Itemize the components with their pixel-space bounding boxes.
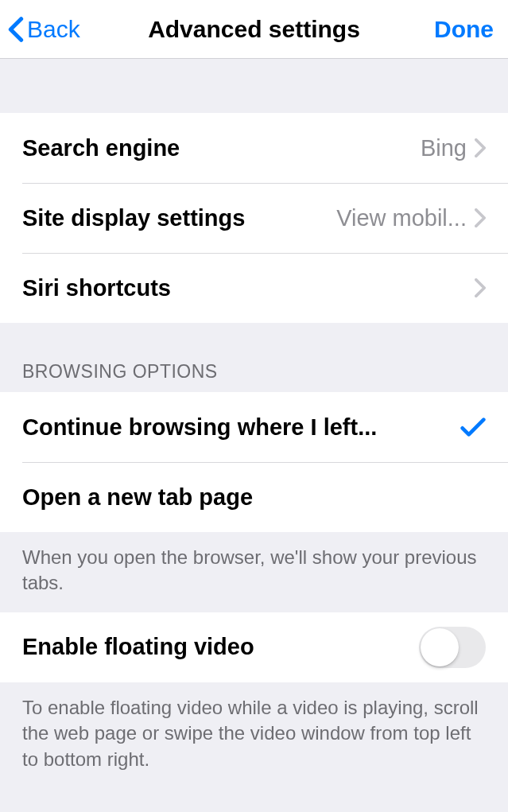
continue-browsing-label: Continue browsing where I left... [22,414,377,441]
new-tab-label: Open a new tab page [22,484,253,511]
floating-video-label: Enable floating video [22,634,254,660]
navbar: Back Advanced settings Done [0,0,508,59]
back-button[interactable]: Back [8,16,80,43]
checkmark-icon [460,416,486,438]
siri-shortcuts-row[interactable]: Siri shortcuts [0,253,508,323]
browsing-options-footer: When you open the browser, we'll show yo… [0,532,508,612]
floating-video-toggle[interactable] [419,627,486,668]
browsing-options-section: Continue browsing where I left... Open a… [0,392,508,532]
search-engine-row[interactable]: Search engine Bing [0,113,508,183]
site-display-row[interactable]: Site display settings View mobil... [0,183,508,253]
chevron-right-icon [475,278,486,297]
site-display-value: View mobil... [336,205,467,231]
back-label: Back [27,16,80,43]
siri-shortcuts-label: Siri shortcuts [22,275,171,301]
chevron-right-icon [475,208,486,227]
floating-video-row: Enable floating video [0,612,508,682]
chevron-left-icon [8,16,24,43]
floating-video-footer: To enable floating video while a video i… [0,682,508,788]
site-display-label: Site display settings [22,205,245,231]
search-engine-label: Search engine [22,135,180,161]
chevron-right-icon [475,138,486,157]
search-engine-value: Bing [421,135,467,161]
continue-browsing-option[interactable]: Continue browsing where I left... [0,392,508,462]
browsing-options-header: BROWSING OPTIONS [0,323,508,392]
toggle-thumb [421,628,459,666]
general-section: Search engine Bing Site display settings… [0,113,508,323]
new-tab-option[interactable]: Open a new tab page [0,462,508,532]
page-title: Advanced settings [148,16,360,43]
section-spacer [0,59,508,113]
done-button[interactable]: Done [434,16,494,43]
